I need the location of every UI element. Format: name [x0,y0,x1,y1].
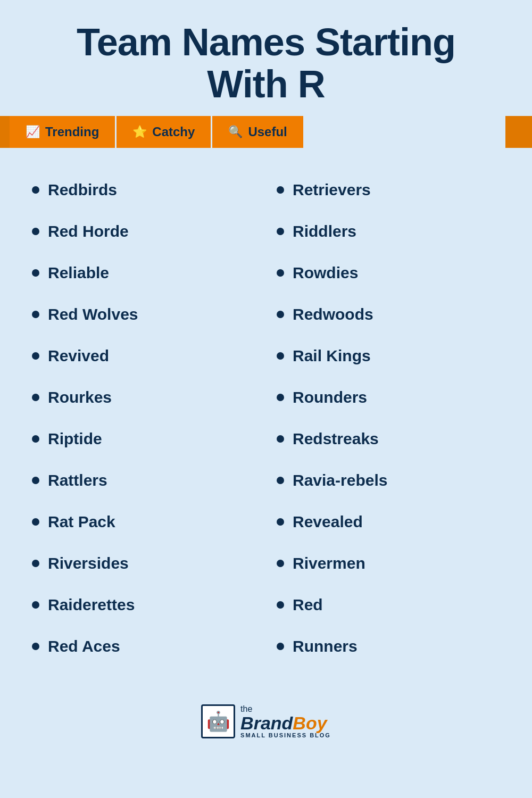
item-text: Red Wolves [48,305,138,323]
logo-icon: 🤖 [201,704,235,738]
item-text: Rat Pack [48,513,115,531]
bullet-icon [32,643,39,650]
brand-logo: 🤖 the BrandBoy SMALL BUSINESS BLOG [201,704,331,738]
left-accent-bar [0,116,10,148]
bullet-icon [277,477,284,484]
bullet-icon [32,269,39,277]
list-item: Red Aces [32,626,255,667]
item-text: Red Horde [48,222,129,240]
list-item: Redwoods [277,294,500,335]
useful-icon: 🔍 [228,125,243,139]
bullet-icon [277,269,284,277]
item-text: Rounders [293,388,367,406]
team-names-list: RedbirdsRetrieversRed HordeRiddlersRelia… [32,169,500,667]
logo-brand-part2: Boy [293,713,327,733]
item-text: Rourkes [48,388,112,406]
item-text: Redbirds [48,181,117,199]
tabs-row: 📈 Trending ⭐ Catchy 🔍 Useful [10,116,505,148]
bullet-icon [277,518,284,526]
tab-catchy[interactable]: ⭐ Catchy [117,116,212,148]
catchy-icon: ⭐ [132,125,147,139]
item-text: Red Aces [48,637,120,655]
list-item: Redstreaks [277,418,500,460]
logo-face-icon: 🤖 [206,710,230,733]
item-text: Red [293,596,323,614]
bullet-icon [32,560,39,567]
bullet-icon [32,394,39,401]
bullet-icon [277,394,284,401]
tab-catchy-label: Catchy [152,124,195,139]
bullet-icon [32,228,39,235]
list-item: Red [277,584,500,626]
bullet-icon [277,352,284,360]
logo-subtitle: SMALL BUSINESS BLOG [240,732,331,738]
tabs-section: 📈 Trending ⭐ Catchy 🔍 Useful [0,116,532,148]
list-item: Rattlers [32,460,255,501]
list-item: Riddlers [277,211,500,252]
bullet-icon [32,435,39,443]
tab-useful-label: Useful [248,124,287,139]
bullet-icon [277,435,284,443]
list-item: Rivermen [277,543,500,584]
bullet-icon [277,186,284,194]
list-item: Redbirds [32,169,255,211]
item-text: Revealed [293,513,363,531]
logo-brand-name: BrandBoy [240,714,331,732]
item-text: Rowdies [293,264,358,282]
item-text: Reliable [48,264,109,282]
list-item: Retrievers [277,169,500,211]
bullet-icon [277,643,284,650]
logo-text-block: the BrandBoy SMALL BUSINESS BLOG [240,704,331,738]
list-item: Runners [277,626,500,667]
bullet-icon [277,601,284,609]
page-title: Team Names Starting With R [32,21,500,105]
item-text: Redstreaks [293,430,379,448]
item-text: Raiderettes [48,596,135,614]
list-item: Revealed [277,501,500,543]
list-item: Rat Pack [32,501,255,543]
bullet-icon [32,477,39,484]
bullet-icon [32,186,39,194]
item-text: Rail Kings [293,347,371,365]
list-item: Rounders [277,377,500,418]
tab-trending[interactable]: 📈 Trending [10,116,117,148]
item-text: Riptide [48,430,102,448]
trending-icon: 📈 [26,125,40,139]
item-text: Retrievers [293,181,371,199]
right-accent-bar [505,116,532,148]
page-container: Team Names Starting With R 📈 Trending ⭐ … [0,0,532,798]
list-item: Red Wolves [32,294,255,335]
item-text: Rattlers [48,471,107,489]
list-item: Riversides [32,543,255,584]
item-text: Ravia-rebels [293,471,387,489]
bullet-icon [277,560,284,567]
item-text: Runners [293,637,358,655]
bullet-icon [277,311,284,318]
item-text: Riddlers [293,222,356,240]
content-section: RedbirdsRetrieversRed HordeRiddlersRelia… [0,159,532,688]
logo-brand-part1: Brand [240,713,293,733]
list-item: Reliable [32,252,255,294]
list-item: Rail Kings [277,335,500,377]
bullet-icon [32,352,39,360]
list-item: Raiderettes [32,584,255,626]
item-text: Rivermen [293,554,365,572]
list-item: Rowdies [277,252,500,294]
footer-section: 🤖 the BrandBoy SMALL BUSINESS BLOG [201,688,331,754]
bullet-icon [277,228,284,235]
list-item: Revived [32,335,255,377]
tab-useful[interactable]: 🔍 Useful [212,116,303,148]
item-text: Riversides [48,554,129,572]
item-text: Redwoods [293,305,373,323]
item-text: Revived [48,347,109,365]
bullet-icon [32,518,39,526]
title-section: Team Names Starting With R [0,0,532,116]
list-item: Red Horde [32,211,255,252]
list-item: Rourkes [32,377,255,418]
tab-trending-label: Trending [45,124,99,139]
list-item: Ravia-rebels [277,460,500,501]
list-item: Riptide [32,418,255,460]
bullet-icon [32,311,39,318]
bullet-icon [32,601,39,609]
